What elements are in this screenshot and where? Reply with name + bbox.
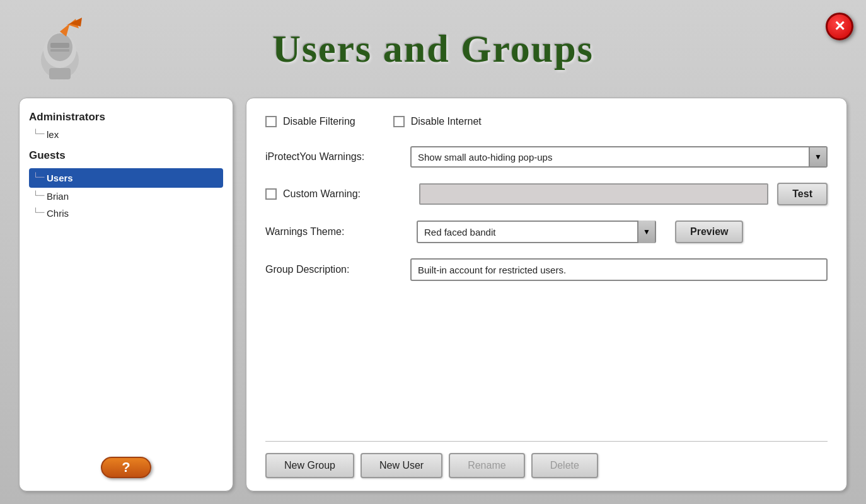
group-description-input[interactable]: [410, 258, 828, 281]
delete-button[interactable]: Delete: [531, 453, 598, 478]
custom-warning-row: Custom Warning: Test: [265, 183, 828, 205]
svg-rect-3: [50, 43, 69, 48]
custom-warning-checkbox-group: Custom Warning:: [265, 188, 410, 200]
tree-administrators-section: Administrators lex: [29, 111, 223, 143]
group-description-row: Group Description:: [265, 258, 828, 281]
warnings-theme-label: Warnings Theme:: [265, 226, 410, 238]
preview-button[interactable]: Preview: [675, 220, 743, 243]
iprotectyou-label: iProtectYou Warnings:: [265, 151, 410, 163]
left-panel: Administrators lex Guests Users Brian Ch…: [19, 98, 233, 491]
divider: [265, 441, 828, 442]
help-icon: ?: [122, 459, 130, 476]
disable-filtering-checkbox[interactable]: [265, 116, 277, 127]
new-user-button[interactable]: New User: [361, 453, 442, 478]
disable-filtering-label: Disable Filtering: [283, 116, 355, 127]
page-title: Users and Groups: [272, 26, 594, 71]
custom-warning-label: Custom Warning:: [283, 188, 361, 200]
svg-rect-5: [49, 68, 71, 79]
warnings-theme-value: Red faced bandit: [418, 227, 637, 238]
help-button[interactable]: ?: [101, 457, 151, 478]
warnings-theme-arrow[interactable]: ▼: [637, 220, 655, 243]
tree-item-brian[interactable]: Brian: [29, 188, 223, 205]
iprotectyou-row: iProtectYou Warnings: Show small auto-hi…: [265, 146, 828, 168]
warnings-theme-row: Warnings Theme: Red faced bandit ▼ Previ…: [265, 220, 828, 243]
disable-internet-checkbox[interactable]: [393, 116, 405, 127]
iprotectyou-dropdown[interactable]: Show small auto-hiding pop-ups ▼: [410, 146, 828, 168]
group-description-label: Group Description:: [265, 264, 410, 275]
svg-rect-4: [50, 49, 69, 52]
close-button[interactable]: ✕: [826, 13, 853, 40]
main-content: Administrators lex Guests Users Brian Ch…: [0, 98, 866, 491]
iprotectyou-control: Show small auto-hiding pop-ups ▼: [410, 146, 828, 168]
warnings-theme-dropdown[interactable]: Red faced bandit ▼: [417, 220, 656, 243]
header: Users and Groups ✕: [0, 0, 866, 98]
rename-button[interactable]: Rename: [449, 453, 524, 478]
guests-label: Guests: [29, 149, 223, 162]
close-icon: ✕: [834, 18, 845, 35]
bottom-buttons: New Group New User Rename Delete: [265, 453, 828, 478]
top-checkboxes: Disable Filtering Disable Internet: [265, 116, 828, 127]
custom-warning-checkbox[interactable]: [265, 188, 277, 200]
tree-item-chris[interactable]: Chris: [29, 205, 223, 222]
test-button[interactable]: Test: [777, 183, 828, 205]
custom-warning-input[interactable]: [419, 183, 768, 205]
tree-item-lex[interactable]: lex: [29, 126, 223, 143]
administrators-label: Administrators: [29, 111, 223, 123]
iprotectyou-value: Show small auto-hiding pop-ups: [412, 152, 809, 163]
new-group-button[interactable]: New Group: [265, 453, 354, 478]
app-logo: [25, 13, 95, 82]
disable-filtering-item[interactable]: Disable Filtering: [265, 116, 355, 127]
tree-users-section: Users Brian Chris: [29, 168, 223, 222]
tree-item-users[interactable]: Users: [29, 168, 223, 188]
disable-internet-item[interactable]: Disable Internet: [393, 116, 482, 127]
right-panel: Disable Filtering Disable Internet iProt…: [246, 98, 847, 491]
tree-guests-section: Guests: [29, 149, 223, 162]
iprotectyou-dropdown-arrow[interactable]: ▼: [809, 146, 826, 168]
disable-internet-label: Disable Internet: [411, 116, 482, 127]
